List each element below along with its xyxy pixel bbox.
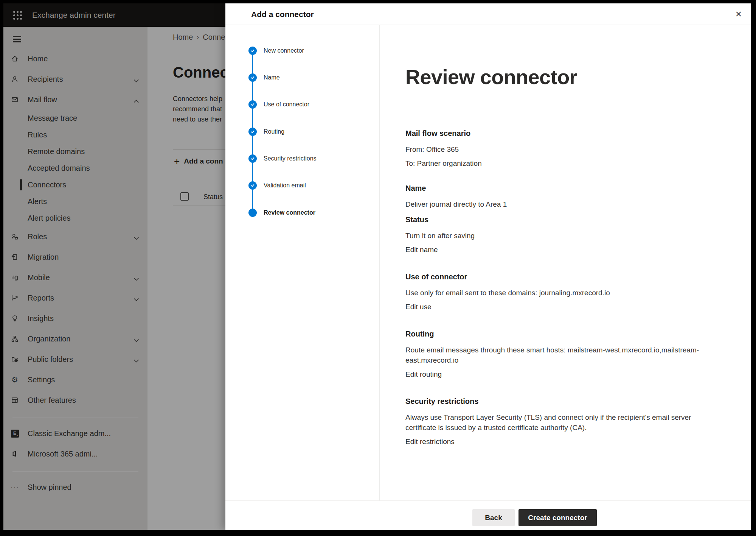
review-connector-heading: Review connector — [405, 65, 577, 89]
current-step-dot-icon — [248, 209, 257, 217]
wizard-header: Add a connector ✕ — [225, 3, 751, 25]
back-button[interactable]: Back — [472, 509, 515, 526]
close-button[interactable]: ✕ — [731, 7, 746, 22]
mail-flow-from-value: From: Office 365 — [405, 144, 716, 154]
step-security-restrictions[interactable]: Security restrictions — [248, 154, 317, 163]
review-summary: Mail flow scenario From: Office 365 To: … — [405, 128, 716, 447]
section-heading-mail-flow-scenario: Mail flow scenario — [405, 128, 716, 139]
wizard-steps-pane: New connector Name Use of connector Rout… — [225, 25, 380, 500]
section-heading-status: Status — [405, 215, 716, 225]
completed-check-icon — [248, 47, 257, 55]
create-connector-button[interactable]: Create connector — [518, 509, 597, 526]
edit-name-link[interactable]: Edit name — [405, 245, 438, 255]
section-heading-use-of-connector: Use of connector — [405, 272, 716, 282]
wizard-footer: Back Create connector — [225, 500, 751, 530]
mail-flow-to-value: To: Partner organization — [405, 158, 716, 168]
edit-routing-link[interactable]: Edit routing — [405, 369, 442, 379]
step-routing[interactable]: Routing — [248, 128, 284, 136]
step-validation-email[interactable]: Validation email — [248, 181, 306, 190]
security-restrictions-value: Always use Transport Layer Security (TLS… — [405, 412, 716, 433]
section-heading-security-restrictions: Security restrictions — [405, 396, 716, 407]
wizard-title: Add a connector — [251, 3, 314, 25]
section-heading-name: Name — [405, 183, 716, 193]
completed-check-icon — [248, 181, 257, 190]
step-name[interactable]: Name — [248, 73, 280, 82]
step-review-connector[interactable]: Review connector — [248, 209, 315, 217]
section-heading-routing: Routing — [405, 329, 716, 339]
exchange-admin-center-app: Exchange admin center Home Recipients Ma — [3, 3, 751, 530]
use-of-connector-value: Use only for email sent to these domains… — [405, 288, 716, 298]
completed-check-icon — [248, 73, 257, 82]
routing-value: Route email messages through these smart… — [405, 345, 716, 365]
completed-check-icon — [248, 128, 257, 136]
status-value: Turn it on after saving — [405, 231, 716, 241]
step-new-connector[interactable]: New connector — [248, 47, 304, 55]
completed-check-icon — [248, 154, 257, 163]
connector-name-value: Deliver journal directly to Area 1 — [405, 199, 716, 209]
completed-check-icon — [248, 100, 257, 109]
add-connector-wizard: Add a connector ✕ New connector Name Use… — [225, 3, 751, 530]
step-use-of-connector[interactable]: Use of connector — [248, 100, 309, 109]
edit-use-link[interactable]: Edit use — [405, 302, 432, 312]
edit-restrictions-link[interactable]: Edit restrictions — [405, 436, 455, 447]
close-icon: ✕ — [735, 9, 742, 19]
